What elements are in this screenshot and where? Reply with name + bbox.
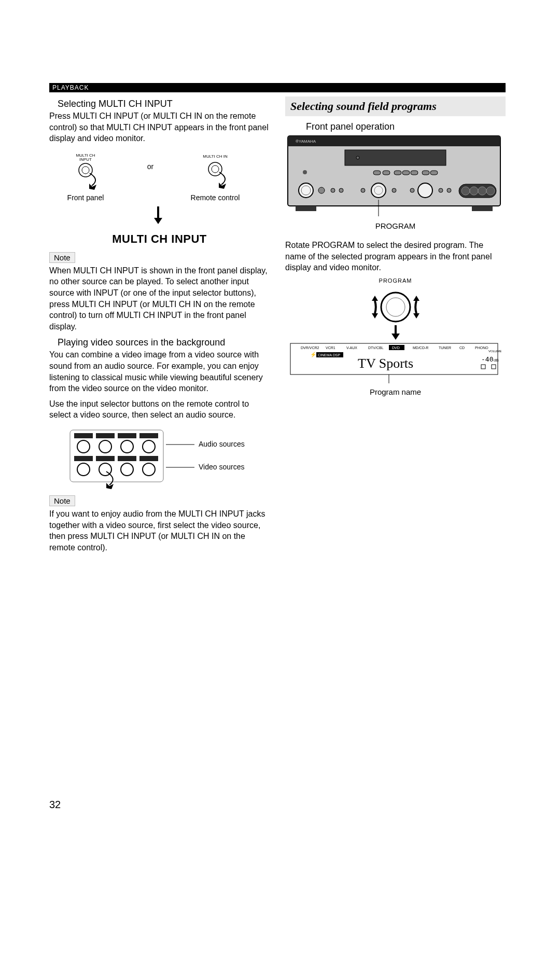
svg-point-22 [77,463,90,476]
front-panel-label: Front panel [67,193,104,202]
svg-rect-36 [394,171,401,175]
svg-point-43 [318,187,325,193]
left-column: Selecting MULTI CH INPUT Press MULTI CH … [49,96,270,557]
svg-rect-19 [96,456,115,461]
program-small-label: PROGRAM [285,278,506,284]
program-label: PROGRAM [285,221,506,230]
svg-text:TUNER: TUNER [439,346,451,350]
svg-marker-69 [391,334,400,340]
svg-rect-87 [481,365,485,369]
svg-point-41 [299,183,313,198]
svg-point-15 [99,440,111,453]
svg-text:®YAMAHA: ®YAMAHA [296,139,316,144]
svg-rect-20 [118,456,136,461]
svg-rect-12 [118,433,136,438]
svg-marker-67 [413,313,419,318]
svg-text:MD/CD-R: MD/CD-R [413,346,428,350]
svg-point-33 [303,170,307,174]
svg-point-49 [392,188,396,192]
svg-rect-21 [139,456,158,461]
svg-text:VOLUME: VOLUME [488,350,501,353]
svg-point-63 [386,298,405,316]
svg-text:-40: -40 [481,355,493,363]
svg-rect-18 [74,456,93,461]
svg-point-44 [331,188,335,192]
svg-text:DTV/CBL: DTV/CBL [368,346,384,350]
svg-text:DVR/VCR2: DVR/VCR2 [301,346,319,350]
svg-text:V-AUX: V-AUX [346,346,357,350]
svg-marker-8 [154,218,162,224]
svg-rect-35 [383,171,390,175]
svg-rect-13 [139,433,158,438]
playing-video-body-2: Use the input selector buttons on the re… [49,398,270,421]
down-arrow-icon [49,205,267,226]
svg-point-3 [82,167,89,174]
svg-point-47 [371,183,386,198]
note-label-1: Note [49,252,75,263]
rotate-knob-icon [359,284,432,341]
svg-point-52 [439,188,443,192]
right-column: Selecting sound field programs Front pan… [285,96,506,557]
svg-text:CD: CD [459,346,465,350]
svg-point-17 [143,440,155,453]
svg-point-24 [121,463,133,476]
video-sources-label: Video sources [199,463,244,471]
svg-rect-60 [472,206,493,211]
svg-rect-37 [402,171,410,175]
svg-text:MULTI CH IN: MULTI CH IN [203,154,228,159]
svg-marker-65 [372,313,378,318]
audio-sources-label: Audio sources [199,440,245,448]
section-header: PLAYBACK [49,83,506,92]
or-label: or [147,162,154,171]
playing-video-body: You can combine a video image from a vid… [49,349,270,394]
svg-rect-11 [96,433,115,438]
svg-rect-10 [74,433,93,438]
display-lcd-text: TV Sports [358,356,413,371]
svg-point-55 [461,187,470,195]
svg-point-14 [77,440,90,453]
selecting-sound-field-title: Selecting sound field programs [285,96,506,116]
svg-point-6 [212,165,219,173]
svg-rect-40 [430,171,438,175]
press-dial-diagram: MULTI CH INPUT or MULTI CH IN Front pane [49,148,267,205]
svg-text:INPUT: INPUT [79,157,92,162]
remote-control-label: Remote control [191,193,240,202]
svg-point-51 [418,183,432,198]
svg-text:VCR1: VCR1 [326,346,335,350]
playing-video-title: Playing video sources in the background [58,337,270,348]
svg-rect-88 [492,365,496,369]
svg-point-32 [356,156,359,159]
svg-rect-59 [296,206,316,211]
note-label-2: Note [49,495,75,506]
selecting-multi-ch-body: Press MULTI CH INPUT (or MULTI CH IN on … [49,110,270,144]
svg-text:dB: dB [494,358,499,363]
note-1-body: When MULTI CH INPUT is shown in the fron… [49,265,270,332]
display-panel-diagram: DVR/VCR2 VCR1 V-AUX DTV/CBL DVD MD/CD-R … [285,341,503,387]
svg-point-57 [478,187,486,195]
page-number: 32 [49,799,61,811]
svg-rect-38 [411,171,418,175]
svg-point-25 [143,463,155,476]
svg-point-56 [470,187,478,195]
svg-point-2 [79,163,92,177]
svg-point-16 [121,440,133,453]
selecting-multi-ch-title: Selecting MULTI CH INPUT [58,99,270,109]
svg-marker-64 [372,296,378,301]
svg-point-50 [410,188,414,192]
svg-point-45 [339,188,343,192]
svg-text:DVD: DVD [392,346,400,350]
note-2-body: If you want to enjoy audio from the MULT… [49,508,270,553]
front-panel-operation: Front panel operation [306,121,506,132]
svg-rect-29 [288,136,500,146]
rotate-program-body: Rotate PROGRAM to select the desired pro… [285,240,506,273]
svg-marker-66 [413,296,419,301]
remote-diagram: Audio sources Video sources [49,425,267,492]
svg-point-46 [361,188,365,192]
svg-rect-31 [345,150,446,165]
svg-point-5 [208,162,222,176]
svg-text:PHONO: PHONO [475,346,488,350]
receiver-front-panel-diagram: ®YAMAHA [285,133,503,221]
program-name-caption: Program name [285,387,506,396]
multi-ch-display-text: MULTI CH INPUT [49,232,270,246]
svg-point-58 [486,187,495,195]
